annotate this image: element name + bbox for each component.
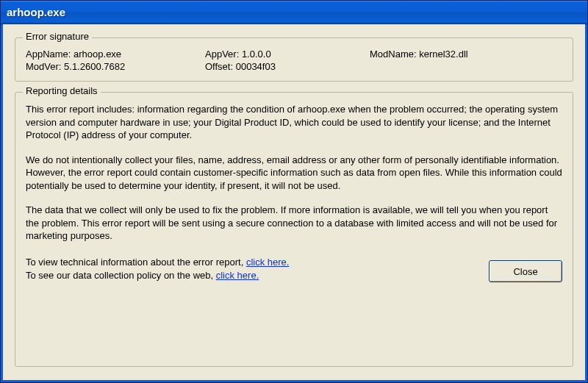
tech-info-line: To view technical information about the … (26, 256, 289, 269)
mod-name-label: ModName: (370, 49, 417, 60)
mod-ver-cell: ModVer: 5.1.2600.7682 (26, 61, 202, 72)
empty-cell (370, 61, 562, 72)
window-title: arhoop.exe (7, 6, 65, 18)
mod-ver-label: ModVer: (26, 61, 61, 72)
reporting-details-legend: Reporting details (23, 85, 101, 96)
app-name-cell: AppName: arhoop.exe (26, 49, 202, 60)
tech-info-prefix: To view technical information about the … (26, 257, 246, 268)
mod-name-cell: ModName: kernel32.dll (370, 49, 562, 60)
close-button[interactable]: Close (489, 260, 562, 282)
error-signature-grid: AppName: arhoop.exe AppVer: 1.0.0.0 ModN… (26, 49, 562, 72)
app-ver-label: AppVer: (205, 49, 239, 60)
tech-info-link[interactable]: click here. (246, 257, 290, 268)
offset-value: 00034f03 (236, 61, 276, 72)
mod-name-value: kernel32.dll (419, 49, 468, 60)
dialog-window: arhoop.exe Error signature AppName: arho… (0, 0, 588, 383)
offset-cell: Offset: 00034f03 (205, 61, 367, 72)
offset-label: Offset: (205, 61, 233, 72)
policy-link[interactable]: click here. (216, 270, 259, 281)
client-area: Error signature AppName: arhoop.exe AppV… (1, 24, 587, 382)
policy-prefix: To see our data collection policy on the… (26, 270, 216, 281)
mod-ver-value: 5.1.2600.7682 (64, 61, 125, 72)
app-name-value: arhoop.exe (74, 49, 121, 60)
error-signature-group: Error signature AppName: arhoop.exe AppV… (15, 37, 573, 82)
footer-row: To view technical information about the … (26, 256, 562, 282)
app-ver-value: 1.0.0.0 (242, 49, 271, 60)
app-ver-cell: AppVer: 1.0.0.0 (205, 49, 367, 60)
reporting-paragraph-3: The data that we collect will only be us… (26, 204, 562, 243)
titlebar[interactable]: arhoop.exe (1, 1, 587, 24)
app-name-label: AppName: (26, 49, 71, 60)
reporting-paragraph-1: This error report includes: information … (26, 103, 562, 142)
policy-line: To see our data collection policy on the… (26, 269, 289, 282)
reporting-details-group: Reporting details This error report incl… (15, 92, 573, 367)
link-lines: To view technical information about the … (26, 256, 289, 282)
error-signature-legend: Error signature (23, 31, 92, 42)
reporting-paragraph-2: We do not intentionally collect your fil… (26, 154, 562, 193)
